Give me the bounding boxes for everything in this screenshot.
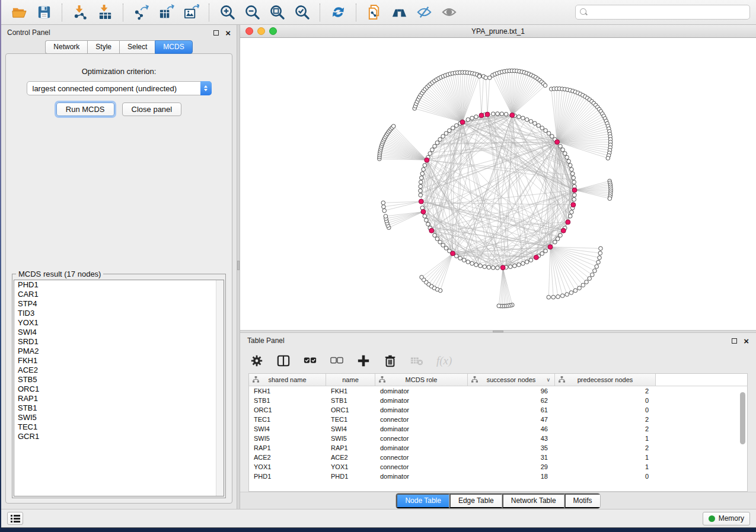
mcds-result-item[interactable]: STP4 xyxy=(14,299,224,309)
splitter-grip[interactable] xyxy=(493,331,503,332)
cell-predecessor-nodes[interactable]: 1 xyxy=(555,463,656,470)
cell-shared-name[interactable]: FKH1 xyxy=(249,387,326,395)
search-input[interactable] xyxy=(591,8,749,17)
cell-successor-nodes[interactable]: 62 xyxy=(468,397,555,404)
hide-selected-icon[interactable] xyxy=(415,4,433,21)
cell-shared-name[interactable]: STB1 xyxy=(249,397,326,404)
float-icon[interactable] xyxy=(732,338,737,344)
export-network-icon[interactable] xyxy=(132,4,150,21)
dominator-node[interactable] xyxy=(555,140,560,145)
mcds-result-item[interactable]: GCR1 xyxy=(14,432,224,441)
mcds-result-item[interactable]: YOX1 xyxy=(14,318,224,328)
cell-MCDS-role[interactable]: dominator xyxy=(375,473,468,480)
cell-predecessor-nodes[interactable]: 2 xyxy=(555,425,656,432)
close-light-icon[interactable] xyxy=(245,27,253,35)
cell-predecessor-nodes[interactable]: 0 xyxy=(555,406,656,414)
cell-shared-name[interactable]: SWI5 xyxy=(249,435,326,442)
dominator-node[interactable] xyxy=(534,255,538,259)
table-row[interactable]: ACE2ACE2connector311 xyxy=(249,453,747,462)
deselect-all-icon[interactable] xyxy=(330,354,344,368)
cell-predecessor-nodes[interactable]: 2 xyxy=(555,387,656,395)
dominator-node[interactable] xyxy=(479,113,484,118)
column-header-name[interactable]: name xyxy=(326,374,375,386)
dominator-node[interactable] xyxy=(572,188,577,193)
column-header-successor-nodes[interactable]: successor nodes∨ xyxy=(468,374,555,386)
table-row[interactable]: YOX1YOX1connector291 xyxy=(249,462,747,472)
tab-select[interactable]: Select xyxy=(119,40,155,54)
close-icon[interactable]: × xyxy=(744,338,749,344)
table-row[interactable]: STB1STB1dominator620 xyxy=(249,396,747,405)
cell-predecessor-nodes[interactable]: 0 xyxy=(555,473,656,480)
column-header-MCDS-role[interactable]: MCDS role xyxy=(375,374,468,386)
splitter-grip[interactable] xyxy=(237,261,240,270)
cell-MCDS-role[interactable]: connector xyxy=(375,435,468,442)
import-network-icon[interactable] xyxy=(71,4,89,21)
column-header-predecessor-nodes[interactable]: predecessor nodes xyxy=(555,374,656,386)
cell-MCDS-role[interactable]: dominator xyxy=(375,397,468,404)
mcds-result-item[interactable]: SWI5 xyxy=(14,413,224,422)
cell-predecessor-nodes[interactable]: 1 xyxy=(555,435,656,442)
maximize-light-icon[interactable] xyxy=(269,27,277,35)
cell-name[interactable]: YOX1 xyxy=(326,463,375,470)
dominator-node[interactable] xyxy=(419,199,423,204)
network-canvas[interactable] xyxy=(240,38,756,330)
cell-successor-nodes[interactable]: 46 xyxy=(468,425,555,432)
settings-gear-icon[interactable] xyxy=(250,354,264,368)
float-icon[interactable] xyxy=(213,30,219,36)
column-header-shared-name[interactable]: shared name xyxy=(249,374,326,386)
open-session-icon[interactable] xyxy=(10,4,28,21)
dominator-node[interactable] xyxy=(429,228,434,233)
memory-button[interactable]: Memory xyxy=(703,512,750,525)
dominator-node[interactable] xyxy=(485,112,490,117)
cell-name[interactable]: RAP1 xyxy=(326,444,375,451)
cell-name[interactable]: ACE2 xyxy=(326,454,375,461)
close-icon[interactable]: × xyxy=(225,30,231,36)
save-session-icon[interactable] xyxy=(35,4,53,21)
dominator-node[interactable] xyxy=(566,220,570,225)
cell-MCDS-role[interactable]: dominator xyxy=(375,425,468,432)
mcds-result-item[interactable]: ACE2 xyxy=(14,366,224,375)
mcds-result-item[interactable]: PHD1 xyxy=(14,280,224,290)
cell-successor-nodes[interactable]: 43 xyxy=(468,435,555,442)
dominator-node[interactable] xyxy=(451,251,455,256)
minimize-light-icon[interactable] xyxy=(257,27,265,35)
mcds-result-item[interactable]: RAP1 xyxy=(14,394,224,403)
refresh-layout-icon[interactable] xyxy=(329,4,347,21)
table-row[interactable]: SWI5SWI5connector431 xyxy=(249,434,747,443)
cell-name[interactable]: TEC1 xyxy=(326,416,375,423)
add-row-icon[interactable] xyxy=(356,354,371,368)
cell-MCDS-role[interactable]: dominator xyxy=(375,387,468,395)
tab-network-table[interactable]: Network Table xyxy=(502,493,564,508)
dominator-node[interactable] xyxy=(548,245,553,249)
new-network-from-selection-icon[interactable] xyxy=(365,4,383,21)
cell-successor-nodes[interactable]: 18 xyxy=(468,473,555,480)
table-scrollbar[interactable] xyxy=(740,389,747,479)
table-row[interactable]: SWI4SWI4dominator462 xyxy=(249,424,747,434)
dominator-node[interactable] xyxy=(500,265,505,270)
dominator-node[interactable] xyxy=(571,203,576,207)
mcds-result-item[interactable]: SRD1 xyxy=(14,337,224,347)
cell-name[interactable]: SWI4 xyxy=(326,425,375,432)
list-scrollbar[interactable] xyxy=(216,280,224,496)
cell-name[interactable]: SWI5 xyxy=(326,435,375,442)
cell-name[interactable]: ORC1 xyxy=(326,406,375,414)
tab-mcds[interactable]: MCDS xyxy=(155,40,192,54)
show-hidden-icon[interactable] xyxy=(440,4,458,21)
cell-shared-name[interactable]: TEC1 xyxy=(249,416,326,423)
cell-successor-nodes[interactable]: 96 xyxy=(468,387,555,395)
cell-successor-nodes[interactable]: 29 xyxy=(468,463,555,470)
cell-successor-nodes[interactable]: 31 xyxy=(468,454,555,461)
network-graph[interactable] xyxy=(240,38,756,330)
run-mcds-button[interactable]: Run MCDS xyxy=(56,102,114,116)
cell-predecessor-nodes[interactable]: 0 xyxy=(555,397,656,404)
cell-name[interactable]: FKH1 xyxy=(326,387,375,395)
cell-shared-name[interactable]: RAP1 xyxy=(249,444,326,451)
search-box[interactable] xyxy=(575,5,750,20)
search-neighbors-icon[interactable] xyxy=(390,4,408,21)
export-table-icon[interactable] xyxy=(157,4,175,21)
export-image-icon[interactable] xyxy=(182,4,200,21)
mcds-result-item[interactable]: STB5 xyxy=(14,375,224,384)
mcds-result-item[interactable]: SWI4 xyxy=(14,328,224,337)
cell-name[interactable]: STB1 xyxy=(326,397,375,404)
tab-node-table[interactable]: Node Table xyxy=(396,493,449,508)
